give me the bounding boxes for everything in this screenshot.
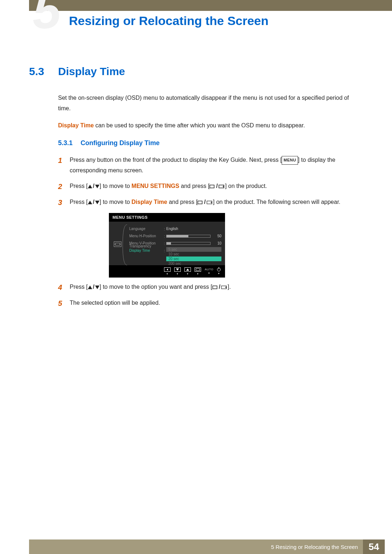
footer-chapter-text: 5 Resizing or Relocating the Screen — [271, 544, 363, 550]
display-time-term-2: Display Time — [131, 199, 167, 205]
menu-settings-term: MENU SETTINGS — [131, 183, 179, 189]
step-2-d: ] on the product. — [225, 183, 267, 189]
slash-icon: / — [216, 181, 217, 192]
osd-menu-h-label: Menu H-Position — [129, 234, 163, 238]
osd-down-button-icon: ▾ — [174, 267, 181, 275]
down-arrow-icon — [95, 201, 99, 204]
page-footer: 5 Resizing or Relocating the Screen 54 — [0, 539, 392, 554]
step-3: 3 Press [/] to move to Display Time and … — [58, 197, 363, 208]
section-intro-2: Display Time can be used to specify the … — [58, 120, 363, 131]
subsection-title: Configuring Display Time — [81, 139, 160, 147]
page-number: 54 — [363, 539, 385, 554]
subsection-number: 5.3.1 — [58, 139, 81, 147]
step-4-b: ] to move to the option you want and pre… — [99, 284, 212, 290]
osd-screenshot: MENU SETTINGS Language : English Menu H — [109, 213, 363, 278]
slash-icon: / — [93, 181, 94, 192]
up-arrow-icon — [88, 185, 92, 188]
step-3-text: Press [/] to move to Display Time and pr… — [70, 197, 340, 208]
svg-rect-0 — [210, 185, 214, 188]
osd-row-language: Language : English — [129, 225, 221, 233]
enter-icon — [207, 200, 213, 205]
subsection-heading: 5.3.1 Configuring Display Time — [58, 139, 363, 147]
step-number-1: 1 — [58, 155, 70, 176]
step-3-d: ] on the product. The following screen w… — [213, 199, 340, 205]
step-2-a: Press [ — [70, 183, 88, 189]
step-number-3: 3 — [58, 197, 70, 208]
step-1-text: Press any button on the front of the pro… — [70, 155, 363, 176]
svg-rect-2 — [198, 201, 202, 204]
section-heading: 5.3 Display Time — [29, 65, 363, 78]
menu-button-icon: MENU — [282, 156, 298, 165]
osd-auto-button-icon: AUTO▾ — [205, 268, 213, 275]
osd-language-label: Language — [129, 227, 163, 231]
step-2: 2 Press [/] to move to MENU SETTINGS and… — [58, 181, 363, 192]
step-3-a: Press [ — [70, 199, 88, 205]
osd-enter-button-icon: ▾ — [195, 267, 201, 275]
section-intro-1: Set the on-screen display (OSD) menu to … — [58, 93, 363, 114]
osd-option-20sec: 20 sec — [166, 257, 221, 261]
slash-icon: / — [93, 197, 94, 208]
display-time-term: Display Time — [58, 122, 94, 128]
step-number-4: 4 — [58, 282, 70, 293]
osd-menu-v-slider — [166, 242, 211, 245]
osd-transparency-label: Transparency — [129, 244, 163, 248]
step-number-2: 2 — [58, 181, 70, 192]
header-bar — [29, 0, 392, 11]
chapter-title: Resizing or Relocating the Screen — [69, 14, 269, 28]
step-number-5: 5 — [58, 298, 70, 309]
osd-back-button-icon: ▾ — [164, 267, 171, 275]
step-3-b: ] to move to — [99, 199, 131, 205]
source-icon — [212, 285, 218, 290]
step-1-a: Press any button on the front of the pro… — [70, 157, 282, 163]
step-2-text: Press [/] to move to MENU SETTINGS and p… — [70, 181, 267, 192]
step-4-c: ]. — [228, 284, 231, 290]
section-title: Display Time — [58, 65, 125, 78]
step-5: 5 The selected option will be applied. — [58, 298, 363, 309]
step-5-text: The selected option will be applied. — [70, 298, 160, 309]
source-icon — [197, 200, 203, 205]
osd-menu-h-value: 50 — [213, 234, 221, 238]
svg-rect-7 — [213, 286, 217, 289]
section-intro-2b: can be used to specify the time after wh… — [94, 122, 305, 128]
enter-icon — [221, 285, 228, 290]
step-3-c: and press [ — [167, 199, 198, 205]
osd-footer: ▾ ▾ ▾ ▾ AUTO▾ ▾ — [109, 265, 225, 278]
svg-rect-6 — [196, 268, 200, 271]
enter-icon — [219, 184, 225, 189]
osd-option-200sec: 200 sec — [166, 261, 221, 266]
step-2-c: and press [ — [179, 183, 210, 189]
osd-option-10sec: 10 sec — [166, 252, 221, 257]
step-1: 1 Press any button on the front of the p… — [58, 155, 363, 176]
osd-title: MENU SETTINGS — [109, 213, 225, 222]
slash-icon: / — [219, 282, 220, 292]
step-4: 4 Press [/] to move to the option you wa… — [58, 282, 363, 293]
step-4-a: Press [ — [70, 284, 88, 290]
osd-power-button-icon: ▾ — [217, 268, 221, 275]
section-number: 5.3 — [29, 65, 58, 78]
settings-tab-icon — [114, 241, 122, 247]
up-arrow-icon — [88, 286, 92, 289]
osd-up-button-icon: ▾ — [184, 267, 191, 275]
osd-menu-v-value: 10 — [213, 241, 221, 245]
step-4-text: Press [/] to move to the option you want… — [70, 282, 231, 293]
slash-icon: / — [204, 197, 205, 208]
slash-icon: / — [93, 282, 94, 292]
osd-language-value: English — [166, 227, 178, 231]
svg-rect-5 — [115, 243, 120, 245]
chapter-watermark: 5 — [33, 0, 61, 36]
osd-display-time-label: Display Time — [129, 249, 163, 253]
down-arrow-icon — [95, 286, 99, 289]
up-arrow-icon — [88, 201, 92, 204]
osd-row-menu-h: Menu H-Position : 50 — [129, 233, 221, 240]
step-2-b: ] to move to — [99, 183, 131, 189]
osd-menu-h-slider — [166, 235, 211, 238]
down-arrow-icon — [95, 185, 99, 188]
source-icon — [209, 184, 215, 189]
